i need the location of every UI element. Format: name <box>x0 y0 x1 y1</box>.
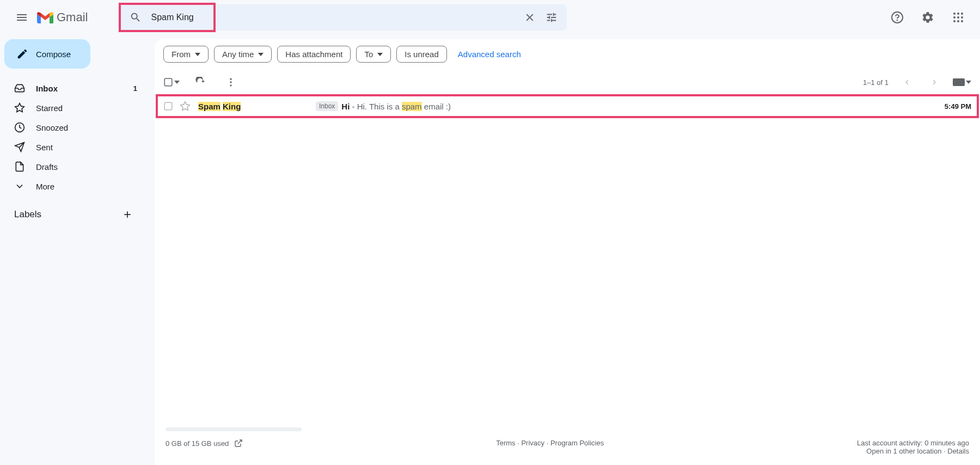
more-vert-icon <box>225 77 236 88</box>
support-button[interactable] <box>884 4 910 30</box>
inbox-icon <box>14 83 25 94</box>
search-button[interactable] <box>125 7 146 28</box>
email-body: Inbox Hi - Hi. This is a spam email :) <box>316 101 938 111</box>
gmail-logo-text: Gmail <box>57 10 88 25</box>
pencil-icon <box>16 48 28 60</box>
svg-point-5 <box>953 16 955 19</box>
star-icon <box>14 102 25 113</box>
apps-button[interactable] <box>945 4 971 30</box>
caret-down-icon <box>258 53 264 56</box>
svg-point-3 <box>957 13 959 15</box>
caret-down-icon <box>195 53 200 56</box>
add-label-button[interactable] <box>122 209 133 220</box>
select-all-checkbox[interactable] <box>163 77 180 87</box>
search-bar <box>120 4 567 30</box>
terms-link[interactable]: Terms <box>496 439 515 447</box>
svg-point-20 <box>230 84 231 86</box>
toolbar: 1–1 of 1 <box>155 69 980 95</box>
main-menu-button[interactable] <box>9 4 35 30</box>
advanced-search-link[interactable]: Advanced search <box>458 50 521 59</box>
main: Compose Inbox 1 Starred Snoozed Sent <box>0 35 980 465</box>
filter-any-time[interactable]: Any time <box>214 46 272 63</box>
details-link[interactable]: Details <box>947 447 969 455</box>
clock-icon <box>14 122 25 133</box>
filter-to[interactable]: To <box>356 46 391 63</box>
send-icon <box>14 142 25 152</box>
settings-button[interactable] <box>915 4 941 30</box>
policies-link[interactable]: Program Policies <box>550 439 604 447</box>
email-list: Spam King Inbox Hi - Hi. This is a spam … <box>155 95 980 117</box>
nav-label: Starred <box>36 103 137 113</box>
close-icon <box>524 11 536 23</box>
privacy-link[interactable]: Privacy <box>521 439 544 447</box>
email-row[interactable]: Spam King Inbox Hi - Hi. This is a spam … <box>155 95 980 117</box>
header: Gmail <box>0 0 980 35</box>
svg-point-6 <box>957 16 959 19</box>
refresh-button[interactable] <box>191 72 210 92</box>
help-icon <box>891 11 904 24</box>
sidebar-item-snoozed[interactable]: Snoozed <box>4 118 144 137</box>
caret-down-icon <box>174 81 180 84</box>
compose-button[interactable]: Compose <box>4 39 90 69</box>
svg-marker-23 <box>181 102 190 111</box>
open-location-link[interactable]: Open in 1 other location <box>866 447 941 455</box>
toolbar-right: 1–1 of 1 <box>863 74 971 91</box>
svg-point-10 <box>961 20 963 22</box>
sidebar-item-more[interactable]: More <box>4 176 144 196</box>
filter-is-unread[interactable]: Is unread <box>396 46 447 63</box>
svg-point-1 <box>897 20 898 21</box>
svg-point-19 <box>230 81 231 83</box>
apps-icon <box>953 12 964 23</box>
svg-line-24 <box>238 440 242 444</box>
clear-search-button[interactable] <box>519 7 541 28</box>
nav-list: Inbox 1 Starred Snoozed Sent Drafts M <box>4 78 155 196</box>
file-icon <box>14 161 25 172</box>
labels-title: Labels <box>14 209 41 220</box>
svg-point-18 <box>230 78 231 80</box>
search-options-button[interactable] <box>541 7 562 28</box>
header-actions <box>884 4 971 30</box>
email-subject: Hi <box>341 102 350 111</box>
footer-activity: Last account activity: 0 minutes ago Ope… <box>857 439 969 455</box>
checkbox-icon <box>163 77 173 87</box>
keyboard-icon <box>953 78 965 86</box>
plus-icon <box>122 209 133 220</box>
sidebar-item-starred[interactable]: Starred <box>4 98 144 118</box>
svg-marker-11 <box>15 103 24 112</box>
sidebar: Compose Inbox 1 Starred Snoozed Sent <box>0 35 155 465</box>
storage-bar <box>166 427 302 431</box>
chevron-down-icon <box>14 181 25 192</box>
nav-label: Drafts <box>36 162 137 172</box>
hamburger-icon <box>15 11 28 24</box>
more-button[interactable] <box>221 72 241 92</box>
gear-icon <box>921 11 934 24</box>
footer-storage: 0 GB of 15 GB used <box>166 439 243 448</box>
open-in-new-icon[interactable] <box>234 439 243 448</box>
checkbox-icon <box>163 101 173 111</box>
chevron-right-icon <box>929 77 939 87</box>
email-time: 5:49 PM <box>945 102 971 111</box>
sidebar-item-sent[interactable]: Sent <box>4 137 144 157</box>
svg-point-2 <box>953 13 955 15</box>
prev-page-button[interactable] <box>898 74 916 91</box>
chevron-left-icon <box>902 77 912 87</box>
refresh-icon <box>195 77 206 88</box>
sidebar-item-drafts[interactable]: Drafts <box>4 157 144 176</box>
filter-from[interactable]: From <box>163 46 209 63</box>
next-page-button[interactable] <box>926 74 943 91</box>
nav-label: Snoozed <box>36 123 137 132</box>
email-star[interactable] <box>180 101 191 112</box>
footer: 0 GB of 15 GB used Terms · Privacy · Pro… <box>155 421 980 465</box>
sidebar-item-inbox[interactable]: Inbox 1 <box>4 78 144 98</box>
filter-has-attachment[interactable]: Has attachment <box>277 46 351 63</box>
search-input[interactable] <box>146 13 519 22</box>
svg-rect-21 <box>953 78 965 86</box>
caret-down-icon <box>966 81 971 84</box>
svg-rect-17 <box>164 78 172 86</box>
svg-rect-22 <box>164 102 172 110</box>
email-checkbox[interactable] <box>163 101 173 111</box>
nav-label: Inbox <box>36 84 133 93</box>
input-tools-button[interactable] <box>953 78 971 86</box>
filter-bar: From Any time Has attachment To Is unrea… <box>155 39 980 69</box>
gmail-logo[interactable]: Gmail <box>37 10 88 25</box>
